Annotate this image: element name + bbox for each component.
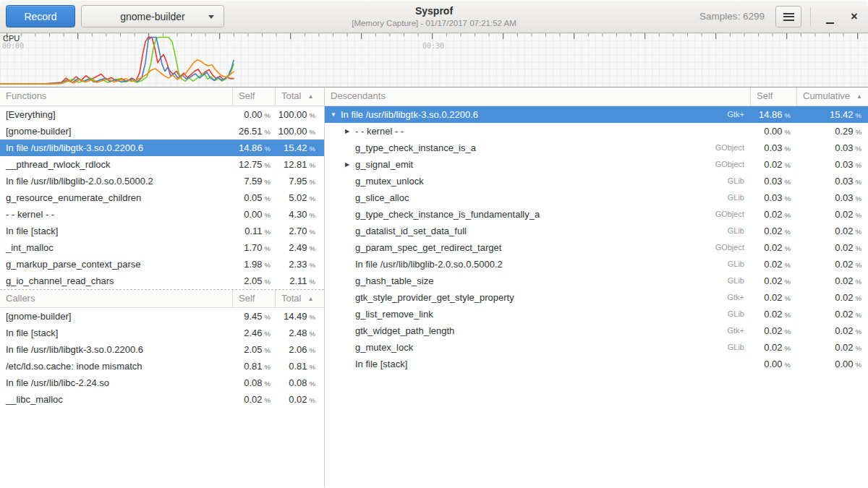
cumulative-percent: 0.02%	[796, 223, 868, 239]
minimize-icon	[826, 22, 834, 24]
cumulative-percent: 0.02%	[796, 289, 868, 306]
column-header-self[interactable]: Self	[232, 290, 275, 307]
functions-row[interactable]: __pthread_rwlock_rdlock12.75%12.81%	[0, 156, 324, 173]
column-header-callers[interactable]: Callers	[0, 290, 232, 307]
column-header-total[interactable]: Total▲	[275, 87, 324, 106]
descendants-row[interactable]: g_type_check_instance_is_aGObject0.03%0.…	[325, 140, 868, 156]
cumulative-percent: 15.42%	[796, 106, 868, 123]
descendants-row[interactable]: g_slice_allocGLib0.03%0.03%	[325, 189, 868, 206]
functions-row[interactable]: In file /usr/lib/libglib-2.0.so.0.5000.2…	[0, 173, 324, 189]
callers-row[interactable]: In file [stack]2.46%2.48%	[0, 325, 324, 341]
total-percent: 15.42%	[275, 140, 324, 156]
percent-sign: %	[310, 194, 315, 202]
expander-collapsed-icon[interactable]: ▶	[345, 156, 355, 173]
symbol-name: g_type_check_instance_is_fundamentally_a	[355, 206, 540, 223]
total-percent: 0.02%	[275, 391, 324, 408]
descendants-row[interactable]: In file [stack]0.00%0.00%	[325, 356, 868, 372]
functions-row[interactable]: [gnome-builder]26.51%100.00%	[0, 123, 324, 140]
self-percent: 9.45%	[232, 308, 275, 325]
column-header-total[interactable]: Total▲	[275, 290, 324, 307]
percent-sign: %	[856, 161, 861, 169]
functions-row[interactable]: In file [stack]0.11%2.70%	[0, 223, 324, 239]
percent-sign: %	[856, 294, 861, 302]
self-percent: 0.02%	[750, 306, 796, 322]
descendants-row[interactable]: g_list_remove_linkGLib0.02%0.02%	[325, 306, 868, 322]
descendants-row[interactable]: ▼In file /usr/lib/libgtk-3.so.0.2200.6Gt…	[325, 106, 868, 123]
functions-row[interactable]: [Everything]0.00%100.00%	[0, 106, 324, 123]
content-panels: Functions Self Total▲ [Everything]0.00%1…	[0, 87, 868, 487]
symbol-name: - - kernel - -	[355, 123, 404, 140]
expander-expanded-icon[interactable]: ▼	[331, 106, 341, 123]
library-tag: GObject	[715, 239, 750, 256]
close-button[interactable]: ×	[845, 7, 864, 27]
callers-row[interactable]: In file /usr/lib/libgtk-3.so.0.2200.62.0…	[0, 341, 324, 358]
descendants-row[interactable]: gtk_widget_path_lengthGtk+0.02%0.02%	[325, 322, 868, 339]
percent-sign: %	[310, 161, 315, 169]
symbol-name: In file /usr/lib/libc-2.24.so	[0, 374, 232, 391]
functions-row[interactable]: In file /usr/lib/libgtk-3.so.0.2200.614.…	[0, 140, 324, 156]
descendants-row[interactable]: g_hash_table_sizeGLib0.02%0.02%	[325, 273, 868, 289]
total-percent: 2.06%	[275, 341, 324, 358]
library-tag: GLib	[728, 273, 750, 289]
functions-row[interactable]: _int_malloc1.70%2.49%	[0, 239, 324, 256]
functions-row[interactable]: g_resource_enumerate_children0.05%5.02%	[0, 189, 324, 206]
callers-row[interactable]: __libc_malloc0.02%0.02%	[0, 391, 324, 408]
column-header-cumulative[interactable]: Cumulative▲	[796, 87, 868, 106]
callers-row[interactable]: [gnome-builder]9.45%14.49%	[0, 308, 324, 325]
header-bar: Record gnome-builder Sysprof [Memory Cap…	[0, 0, 868, 33]
percent-sign: %	[785, 228, 791, 236]
expander-collapsed-icon[interactable]: ▶	[345, 123, 355, 140]
menu-button[interactable]	[775, 6, 801, 27]
self-percent: 26.51%	[232, 123, 275, 140]
column-header-total-label: Total	[281, 90, 301, 101]
record-button[interactable]: Record	[6, 5, 75, 27]
functions-row[interactable]: - - kernel - -0.00%4.30%	[0, 206, 324, 223]
library-tag: GLib	[728, 223, 750, 239]
minimize-button[interactable]	[820, 7, 839, 27]
callers-row[interactable]: In file /usr/lib/libc-2.24.so0.08%0.08%	[0, 374, 324, 391]
self-percent: 0.08%	[232, 374, 275, 391]
tree-cell: g_list_remove_link	[325, 306, 728, 322]
descendants-row[interactable]: ▶g_signal_emitGObject0.02%0.03%	[325, 156, 868, 173]
chevron-down-icon	[208, 15, 214, 19]
percent-sign: %	[265, 228, 271, 236]
symbol-name: In file [stack]	[355, 356, 407, 372]
column-header-functions[interactable]: Functions	[0, 87, 232, 106]
total-percent: 2.48%	[275, 325, 324, 341]
window-title: Sysprof	[217, 5, 651, 17]
library-tag	[744, 123, 750, 140]
descendants-row[interactable]: g_param_spec_get_redirect_targetGObject0…	[325, 239, 868, 256]
symbol-name: _int_malloc	[0, 239, 232, 256]
self-percent: 1.98%	[232, 256, 275, 273]
descendants-row[interactable]: gtk_style_provider_get_style_propertyGtk…	[325, 289, 868, 306]
cumulative-percent: 0.29%	[796, 123, 868, 140]
descendants-row[interactable]: g_type_check_instance_is_fundamentally_a…	[325, 206, 868, 223]
functions-row[interactable]: g_markup_parse_context_parse1.98%2.33%	[0, 256, 324, 273]
percent-sign: %	[785, 178, 791, 186]
descendants-row[interactable]: g_mutex_unlockGLib0.03%0.03%	[325, 173, 868, 189]
descendants-row[interactable]: g_mutex_lockGLib0.02%0.02%	[325, 339, 868, 356]
callers-row[interactable]: /etc/ld.so.cache: inode mismatch0.81%0.8…	[0, 358, 324, 374]
symbol-name: g_slice_alloc	[355, 189, 409, 206]
process-selector-dropdown[interactable]: gnome-builder	[81, 5, 224, 27]
column-header-self[interactable]: Self	[232, 87, 275, 106]
symbol-name: - - kernel - -	[0, 206, 232, 223]
cpu-graph[interactable]: CPU 00:0000:30	[0, 33, 868, 87]
percent-sign: %	[310, 244, 315, 252]
tree-cell: In file /usr/lib/libglib-2.0.so.0.5000.2	[325, 256, 728, 273]
descendants-row[interactable]: g_datalist_id_set_data_fullGLib0.02%0.02…	[325, 223, 868, 239]
descendants-row[interactable]: In file /usr/lib/libglib-2.0.so.0.5000.2…	[325, 256, 868, 273]
self-percent: 1.70%	[232, 239, 275, 256]
percent-sign: %	[856, 278, 861, 286]
column-header-descendants[interactable]: Descendants	[325, 87, 750, 106]
descendants-row[interactable]: ▶- - kernel - -0.00%0.29%	[325, 123, 868, 140]
hamburger-menu-icon	[783, 11, 794, 22]
self-percent: 0.00%	[232, 106, 275, 123]
percent-sign: %	[265, 363, 271, 371]
percent-sign: %	[856, 178, 861, 186]
self-percent: 12.75%	[232, 156, 275, 173]
samples-count: Samples: 6299	[699, 11, 765, 22]
column-header-self[interactable]: Self	[750, 87, 796, 106]
functions-row[interactable]: g_io_channel_read_chars2.05%2.11%	[0, 273, 324, 289]
percent-sign: %	[265, 346, 271, 354]
